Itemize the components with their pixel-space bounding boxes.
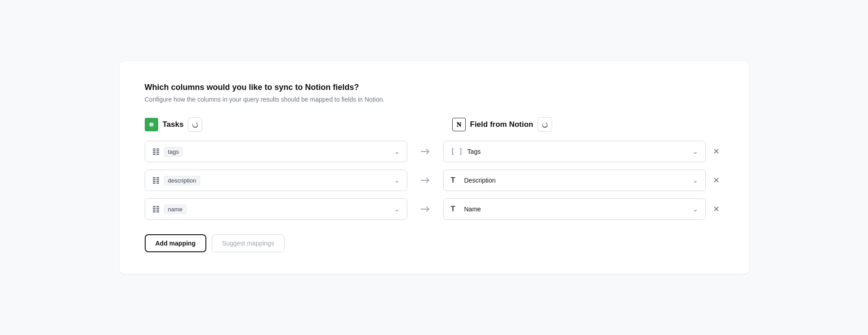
target-select-left-3: T Name xyxy=(451,205,481,214)
svg-rect-20 xyxy=(153,183,156,184)
mapping-row-1: tags ⌄ [ ] Tags ⌄ ✕ xyxy=(145,141,724,162)
source-select-left-2: description xyxy=(152,176,200,185)
add-mapping-button[interactable]: Add mapping xyxy=(145,234,206,252)
mapping-row-3: name ⌄ T Name ⌄ ✕ xyxy=(145,198,724,220)
svg-rect-22 xyxy=(153,206,156,207)
target-select-tags[interactable]: [ ] Tags ⌄ xyxy=(443,141,706,162)
notion-icon: 𝐍 xyxy=(452,118,466,131)
bracket-icon: [ ] xyxy=(451,147,463,156)
text-icon-name: T xyxy=(451,205,460,214)
source-field-tag-name: name xyxy=(164,205,187,214)
remove-mapping-2[interactable]: ✕ xyxy=(709,173,724,188)
grid-field-icon-3 xyxy=(152,205,160,213)
main-container: Which columns would you like to sync to … xyxy=(120,61,749,274)
source-select-description[interactable]: description ⌄ xyxy=(145,170,407,191)
arrow-connector-3 xyxy=(407,205,443,213)
svg-rect-28 xyxy=(153,211,156,213)
svg-rect-13 xyxy=(156,154,159,155)
target-select-description[interactable]: T Description ⌄ xyxy=(443,170,706,191)
svg-rect-8 xyxy=(153,150,156,152)
svg-rect-3 xyxy=(149,125,154,126)
remove-mapping-3[interactable]: ✕ xyxy=(709,202,724,216)
svg-rect-11 xyxy=(156,152,159,153)
svg-rect-17 xyxy=(156,179,159,180)
text-icon-description: T xyxy=(451,176,460,185)
svg-rect-27 xyxy=(156,210,159,211)
svg-rect-26 xyxy=(153,210,156,211)
remove-mapping-1[interactable]: ✕ xyxy=(709,144,724,159)
source-select-left: tags xyxy=(152,147,183,156)
source-select-left-3: name xyxy=(152,205,187,214)
svg-rect-9 xyxy=(156,150,159,152)
svg-rect-25 xyxy=(156,208,159,209)
svg-rect-1 xyxy=(149,123,154,124)
target-refresh-button[interactable] xyxy=(538,117,552,132)
target-header: 𝐍 Field from Notion xyxy=(452,117,724,132)
grid-field-icon xyxy=(152,148,160,155)
svg-rect-19 xyxy=(156,181,159,182)
source-refresh-button[interactable] xyxy=(188,117,202,132)
target-chevron-description: ⌄ xyxy=(693,177,698,184)
mapping-row-2: description ⌄ T Description ⌄ ✕ xyxy=(145,170,724,191)
source-select-tags[interactable]: tags ⌄ xyxy=(145,141,407,162)
svg-rect-21 xyxy=(156,183,159,184)
svg-rect-10 xyxy=(153,152,156,153)
svg-rect-16 xyxy=(153,179,156,180)
target-select-left-2: T Description xyxy=(451,176,496,185)
arrow-connector-2 xyxy=(407,177,443,184)
source-chevron-tags: ⌄ xyxy=(394,148,400,155)
source-select-name[interactable]: name ⌄ xyxy=(145,198,407,220)
source-header-label: Tasks xyxy=(163,120,184,129)
sheets-icon xyxy=(145,118,158,131)
target-select-name[interactable]: T Name ⌄ xyxy=(443,198,706,220)
source-chevron-description: ⌄ xyxy=(394,177,400,184)
svg-rect-7 xyxy=(156,148,159,150)
columns-header: Tasks 𝐍 Field from Notion xyxy=(145,117,724,132)
target-field-name-name: Name xyxy=(464,205,481,213)
suggest-mappings-button: Suggest mappings xyxy=(212,234,285,252)
target-chevron-tags: ⌄ xyxy=(693,148,698,155)
svg-rect-2 xyxy=(149,124,154,125)
svg-rect-18 xyxy=(153,181,156,182)
svg-rect-5 xyxy=(151,122,152,127)
svg-rect-29 xyxy=(156,211,159,213)
svg-rect-24 xyxy=(153,208,156,209)
actions-row: Add mapping Suggest mappings xyxy=(145,234,724,252)
page-title: Which columns would you like to sync to … xyxy=(145,83,724,92)
svg-rect-23 xyxy=(156,206,159,207)
target-field-name-description: Description xyxy=(464,177,496,184)
arrow-connector-1 xyxy=(407,148,443,155)
svg-rect-6 xyxy=(153,148,156,150)
source-header: Tasks xyxy=(145,117,416,132)
svg-rect-4 xyxy=(150,122,151,127)
svg-rect-15 xyxy=(156,177,159,179)
source-field-tag-tags: tags xyxy=(164,147,183,156)
grid-field-icon-2 xyxy=(152,177,160,184)
target-field-name-tags: Tags xyxy=(467,148,481,155)
source-field-tag-description: description xyxy=(164,176,200,185)
target-chevron-name: ⌄ xyxy=(693,205,698,213)
source-chevron-name: ⌄ xyxy=(394,205,400,213)
page-subtitle: Configure how the columns in your query … xyxy=(145,96,724,103)
svg-rect-14 xyxy=(153,177,156,179)
svg-rect-12 xyxy=(153,154,156,155)
target-header-label: Field from Notion xyxy=(470,120,534,129)
target-select-left: [ ] Tags xyxy=(451,147,481,156)
